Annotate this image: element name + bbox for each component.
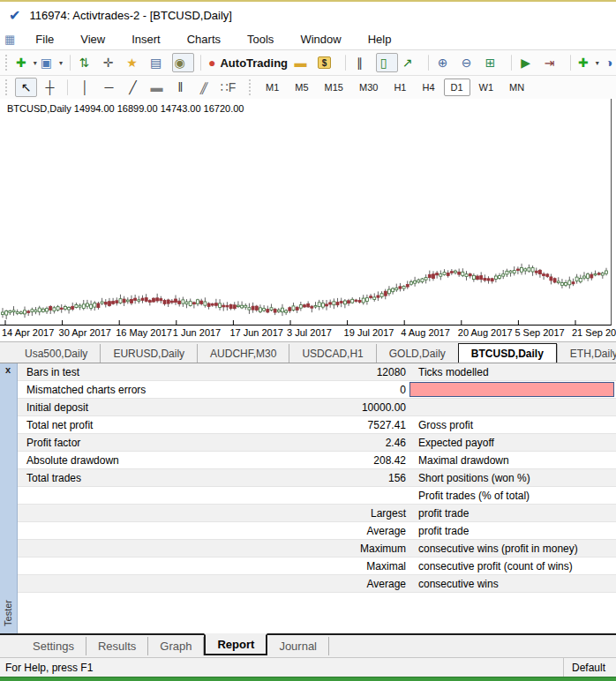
menu-help[interactable]: Help <box>355 30 405 49</box>
symbol-tab-eth[interactable]: ETH,Daily <box>557 344 616 363</box>
rectangle-button[interactable]: ▬ <box>146 78 168 97</box>
table-row[interactable]: Profit factor 2.46 Expected payoff <box>18 434 616 452</box>
table-row[interactable]: Maximum consecutive wins (profit in mone… <box>18 540 616 558</box>
toolbar-grip <box>249 79 252 95</box>
table-row[interactable]: Average profit trade <box>18 522 616 540</box>
menu-view[interactable]: View <box>67 30 118 49</box>
market-watch-button[interactable]: ⇅ <box>77 53 99 72</box>
chart-shift-button[interactable]: ⇥ <box>542 53 564 72</box>
toolbar-icon: ‖ <box>178 80 184 94</box>
tab-graph[interactable]: Graph <box>148 637 204 655</box>
report-secondary-text: consecutive wins <box>418 578 499 590</box>
table-row[interactable]: Total trades 156 Short positions (won %) <box>18 469 616 487</box>
bar-chart-button[interactable]: ∥ <box>352 53 374 72</box>
trendline-button[interactable]: ╱ <box>122 78 144 97</box>
timeframe-mn[interactable]: MN <box>502 79 531 96</box>
indicators-button[interactable]: ✚ ▾ <box>577 53 600 72</box>
report-secondary-label: Maximal drawdown <box>406 452 616 468</box>
symbol-tab-bar: Usa500,Daily EURUSD,Daily AUDCHF,M30 USD… <box>0 341 616 363</box>
tester-tab-bar: Settings Results Graph Report Journal <box>0 633 616 657</box>
table-row[interactable]: Largest profit trade <box>18 505 616 522</box>
menu-insert[interactable]: Insert <box>118 30 174 49</box>
channel-button[interactable]: ∥ <box>193 78 215 97</box>
symbol-tab-gold[interactable]: GOLD,Daily <box>376 344 458 363</box>
zoom-out-button[interactable]: ⊖ <box>459 53 481 72</box>
table-row[interactable]: Average consecutive wins <box>18 575 616 593</box>
tile-windows-button[interactable]: ⊞ <box>483 53 505 72</box>
toolbar-separator <box>428 55 429 71</box>
tab-settings[interactable]: Settings <box>21 637 86 655</box>
symbol-tab-btcusd[interactable]: BTCUSD,Daily <box>458 343 557 363</box>
report-metric-value: Average <box>238 578 406 590</box>
new-order-button[interactable]: ▬ <box>293 53 315 72</box>
symbol-tab-audchf[interactable]: AUDCHF,M30 <box>197 344 289 363</box>
line-chart-button[interactable]: ↗ <box>400 53 422 72</box>
data-window-button[interactable]: ✛ <box>101 53 123 72</box>
tab-journal[interactable]: Journal <box>267 637 329 655</box>
x-axis-labels: 14 Apr 201730 Apr 201716 May 20171 Jun 2… <box>0 326 616 341</box>
zoom-in-button[interactable]: ⊕ <box>435 53 457 72</box>
strategy-tester-button[interactable]: ◉ <box>172 53 194 72</box>
crosshair-button[interactable]: ┼ <box>39 78 61 97</box>
candlestick-chart-button[interactable]: ▯ <box>376 53 398 72</box>
report-secondary-text: consecutive wins (profit in money) <box>418 543 578 555</box>
navigator-button[interactable]: ★ <box>124 53 146 72</box>
report-secondary-label: profit trade <box>406 522 616 539</box>
timeframe-m30[interactable]: M30 <box>352 79 385 96</box>
symbol-tab-usa500[interactable]: Usa500,Daily <box>12 344 100 363</box>
symbol-tab-eurusd[interactable]: EURUSD,Daily <box>100 344 197 363</box>
tester-panel-label[interactable]: Tester <box>3 600 13 626</box>
timeframe-m15[interactable]: M15 <box>318 79 350 96</box>
toolbar-icon: │ <box>81 80 89 94</box>
table-row[interactable]: Absolute drawdown 208.42 Maximal drawdow… <box>18 452 616 469</box>
report-secondary-label: Gross profit <box>406 416 616 433</box>
auto-scroll-button[interactable]: ▶ <box>518 53 540 72</box>
toolbar-icon: ▬ <box>295 56 307 70</box>
menu-charts[interactable]: Charts <box>174 30 234 49</box>
menu-file[interactable]: File <box>22 30 67 49</box>
report-secondary-label: Ticks modelled <box>406 363 616 380</box>
toolbar-icon: ↗ <box>402 56 413 70</box>
table-row[interactable]: Initial deposit 10000.00 <box>18 399 616 416</box>
new-chart-button[interactable]: ✚ ▾ <box>15 53 38 72</box>
chart-window-icon: ▦ <box>4 33 15 46</box>
timeframe-m5[interactable]: M5 <box>288 79 315 96</box>
cursor-button[interactable]: ↖ <box>15 78 37 97</box>
chart-canvas[interactable]: BTCUSD,Daily 14994.00 16899.00 14743.00 … <box>0 99 612 326</box>
timeframe-m1[interactable]: M1 <box>259 79 286 96</box>
terminal-button[interactable]: ▤ <box>148 53 170 72</box>
chevron-down-icon: ▾ <box>596 59 599 67</box>
timeframe-h4[interactable]: H4 <box>415 79 441 96</box>
autotrading-button[interactable]: ● AutoTrading <box>207 53 291 72</box>
metaeditor-button[interactable]: $ <box>317 53 339 72</box>
status-profile[interactable]: Default <box>563 658 616 677</box>
fibonacci-retracement-button[interactable]: ∷F <box>217 78 239 97</box>
timeframe-h1[interactable]: H1 <box>387 79 413 96</box>
chevron-down-icon: ▾ <box>34 59 37 67</box>
report-secondary-text: Gross profit <box>418 419 473 431</box>
clipped-toolbar-button[interactable]: ◑ <box>602 53 616 72</box>
tab-results[interactable]: Results <box>86 637 148 655</box>
x-axis-label: 1 Jun 2017 <box>173 327 221 338</box>
table-row[interactable]: Maximal consecutive profit (count of win… <box>18 558 616 575</box>
menu-window[interactable]: Window <box>287 30 354 49</box>
fibonacci-lines-button[interactable]: ‖ <box>169 78 192 97</box>
timeframe-w1[interactable]: W1 <box>472 79 501 96</box>
report-metric-label: Bars in test <box>18 366 238 378</box>
report-metric-value: 7527.41 <box>238 419 406 431</box>
table-row[interactable]: Mismatched charts errors 0 <box>18 381 616 399</box>
menu-tools[interactable]: Tools <box>234 30 287 49</box>
table-row[interactable]: Total net profit 7527.41 Gross profit <box>18 416 616 434</box>
symbol-tab-usdcad[interactable]: USDCAD,H1 <box>289 344 375 363</box>
profiles-button[interactable]: ▣ ▾ <box>40 53 64 72</box>
timeframe-d1[interactable]: D1 <box>444 79 470 96</box>
bottom-edge-strip <box>0 677 616 681</box>
table-row[interactable]: Bars in test 12080 Ticks modelled <box>18 363 616 381</box>
close-icon[interactable]: x <box>5 364 11 375</box>
horizontal-line-button[interactable]: ─ <box>98 78 120 97</box>
tab-report[interactable]: Report <box>204 633 267 655</box>
report-metric-label: Initial deposit <box>18 401 238 414</box>
table-row[interactable]: Profit trades (% of total) <box>18 487 616 505</box>
vertical-line-button[interactable]: │ <box>74 78 96 97</box>
report-secondary-label: Expected payoff <box>406 434 616 451</box>
